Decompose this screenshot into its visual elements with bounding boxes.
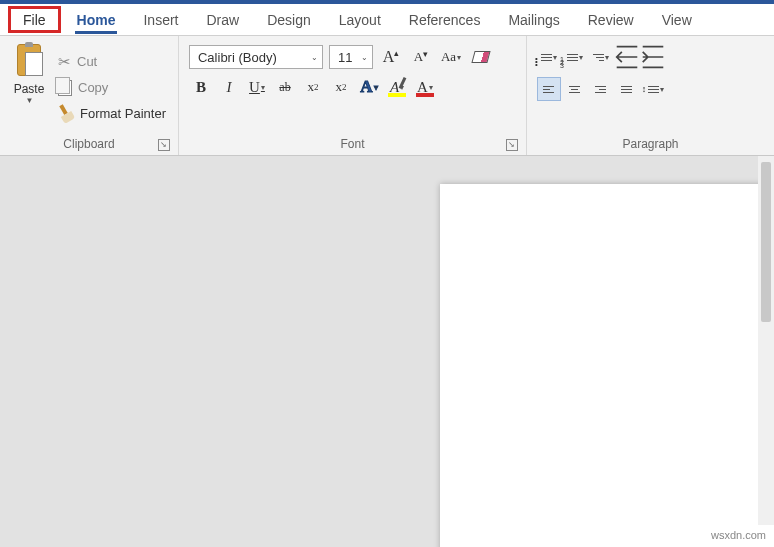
chevron-down-icon: ⌄: [361, 53, 368, 62]
brush-icon: [55, 103, 77, 125]
font-size-value: 11: [338, 50, 352, 65]
grow-font-button[interactable]: A▴: [379, 45, 403, 69]
subscript-button[interactable]: x2: [301, 75, 325, 99]
format-painter-label: Format Painter: [80, 106, 166, 121]
tab-design[interactable]: Design: [253, 4, 325, 35]
superscript-button[interactable]: x2: [329, 75, 353, 99]
increase-indent-button[interactable]: [641, 45, 665, 69]
font-dialog-launcher[interactable]: ↘: [506, 139, 518, 151]
group-paragraph: ▾ ▾ ▾: [527, 36, 774, 155]
align-justify-button[interactable]: [615, 77, 639, 101]
clear-formatting-button[interactable]: [469, 45, 493, 69]
tab-mailings[interactable]: Mailings: [494, 4, 573, 35]
eraser-icon: [471, 51, 490, 63]
font-size-select[interactable]: 11 ⌄: [329, 45, 373, 69]
scrollbar-thumb[interactable]: [761, 162, 771, 322]
copy-label: Copy: [78, 80, 108, 95]
strikethrough-button[interactable]: ab: [273, 75, 297, 99]
watermark: wsxdn.com: [711, 529, 766, 541]
paste-icon: [15, 44, 43, 80]
cut-label: Cut: [77, 54, 97, 69]
copy-icon: [58, 80, 72, 96]
align-left-button[interactable]: [537, 77, 561, 101]
align-center-button[interactable]: [563, 77, 587, 101]
group-label-font: Font ↘: [185, 135, 520, 153]
tab-file[interactable]: File: [8, 6, 61, 33]
tab-review[interactable]: Review: [574, 4, 648, 35]
multilevel-list-button[interactable]: ▾: [589, 45, 613, 69]
line-spacing-button[interactable]: ↕ ▾: [641, 77, 665, 101]
bold-button[interactable]: B: [189, 75, 213, 99]
tab-home[interactable]: Home: [63, 4, 130, 35]
highlight-button[interactable]: A ▾: [385, 75, 409, 99]
paste-label: Paste: [14, 82, 45, 96]
chevron-down-icon: ⌄: [311, 53, 318, 62]
ribbon: Paste ▼ ✂ Cut Copy Format Painter Clipb: [0, 36, 774, 156]
font-name-select[interactable]: Calibri (Body) ⌄: [189, 45, 323, 69]
font-name-value: Calibri (Body): [198, 50, 277, 65]
tab-insert[interactable]: Insert: [129, 4, 192, 35]
tab-draw[interactable]: Draw: [192, 4, 253, 35]
group-clipboard: Paste ▼ ✂ Cut Copy Format Painter Clipb: [0, 36, 179, 155]
group-label-paragraph: Paragraph: [533, 135, 768, 153]
vertical-scrollbar[interactable]: [758, 156, 774, 525]
underline-button[interactable]: U▾: [245, 75, 269, 99]
tab-references[interactable]: References: [395, 4, 495, 35]
paste-button[interactable]: Paste ▼: [6, 40, 52, 135]
align-right-button[interactable]: [589, 77, 613, 101]
document-page[interactable]: [440, 184, 774, 547]
tab-layout[interactable]: Layout: [325, 4, 395, 35]
decrease-indent-button[interactable]: [615, 45, 639, 69]
document-area: [0, 156, 774, 547]
font-color-button[interactable]: A ▾: [413, 75, 437, 99]
format-painter-button[interactable]: Format Painter: [52, 101, 172, 127]
copy-button[interactable]: Copy: [52, 75, 172, 101]
change-case-button[interactable]: Aa▾: [439, 45, 463, 69]
tab-view[interactable]: View: [648, 4, 706, 35]
text-effects-button[interactable]: A▾: [357, 75, 381, 99]
bullets-button[interactable]: ▾: [537, 45, 561, 69]
ribbon-tabs: File Home Insert Draw Design Layout Refe…: [0, 4, 774, 36]
group-font: Calibri (Body) ⌄ 11 ⌄ A▴ A▾ Aa▾: [179, 36, 527, 155]
group-label-clipboard: Clipboard ↘: [6, 135, 172, 153]
scissors-icon: ✂: [58, 53, 71, 71]
numbering-button[interactable]: ▾: [563, 45, 587, 69]
chevron-down-icon: ▼: [26, 96, 34, 105]
italic-button[interactable]: I: [217, 75, 241, 99]
clipboard-dialog-launcher[interactable]: ↘: [158, 139, 170, 151]
shrink-font-button[interactable]: A▾: [409, 45, 433, 69]
cut-button[interactable]: ✂ Cut: [52, 49, 172, 75]
